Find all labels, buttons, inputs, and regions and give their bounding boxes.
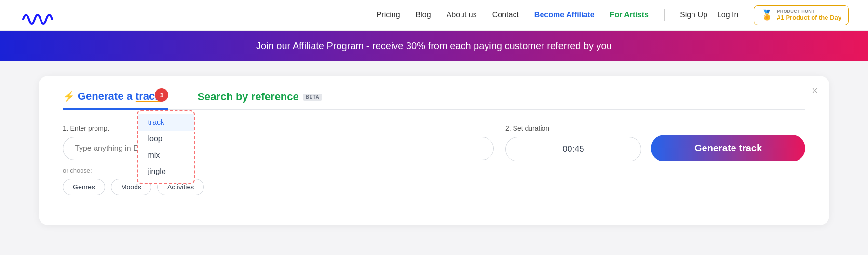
or-choose-label: or choose:: [63, 167, 494, 174]
badge-title: #1 Product of the Day: [777, 14, 841, 22]
logo[interactable]: [19, 6, 53, 25]
nav-for-artists[interactable]: For Artists: [610, 11, 649, 19]
prompt-group: 1. Enter prompt or choose: Genres Moods …: [63, 124, 494, 195]
nav-links: Pricing Blog About us Contact Become Aff…: [377, 11, 649, 19]
nav-blog[interactable]: Blog: [416, 11, 431, 19]
chip-group: Genres Moods Activities: [63, 179, 494, 195]
tab-search-label: Search by reference: [197, 91, 298, 103]
dropdown-menu: track loop mix jingle: [137, 110, 195, 184]
product-hunt-badge[interactable]: 🏅 PRODUCT HUNT #1 Product of the Day: [754, 5, 849, 25]
badge-text: PRODUCT HUNT #1 Product of the Day: [777, 9, 841, 21]
close-button[interactable]: ×: [812, 85, 818, 96]
chip-genres[interactable]: Genres: [63, 179, 105, 195]
banner-text: Join our Affiliate Program - receive 30%…: [256, 40, 612, 51]
nav-about[interactable]: About us: [447, 11, 477, 19]
lightning-icon: ⚡: [63, 91, 75, 102]
dropdown-item-mix[interactable]: mix: [138, 147, 194, 163]
duration-label: 2. Set duration: [505, 124, 641, 132]
dropdown-badge: 1: [155, 88, 168, 102]
tabs: ⚡ Generate a track 1 ▾ track loop mix ji…: [63, 90, 805, 110]
prompt-label: 1. Enter prompt: [63, 124, 494, 132]
dropdown-item-loop[interactable]: loop: [138, 131, 194, 147]
nav-affiliate[interactable]: Become Affiliate: [534, 11, 595, 19]
prompt-input[interactable]: [63, 137, 494, 160]
duration-group: 2. Set duration: [505, 124, 641, 161]
beta-badge: BETA: [303, 94, 322, 101]
generate-button[interactable]: Generate track: [651, 135, 805, 161]
badge-label: PRODUCT HUNT: [777, 9, 841, 14]
main-content: × ⚡ Generate a track 1 ▾ track loop mix …: [0, 61, 868, 244]
tab-generate[interactable]: ⚡ Generate a track 1 ▾ track loop mix ji…: [63, 90, 168, 110]
nav-pricing[interactable]: Pricing: [377, 11, 400, 19]
dropdown-item-jingle[interactable]: jingle: [138, 163, 194, 180]
affiliate-banner[interactable]: Join our Affiliate Program - receive 30%…: [0, 31, 868, 61]
signup-link[interactable]: Sign Up: [680, 11, 707, 19]
nav-auth: Sign Up Log In: [680, 11, 738, 19]
duration-input[interactable]: [505, 137, 641, 161]
medal-icon: 🏅: [761, 9, 773, 21]
navbar: Pricing Blog About us Contact Become Aff…: [0, 0, 868, 31]
tab-generate-label: Generate a track: [78, 90, 161, 103]
dropdown-item-track[interactable]: track: [138, 114, 194, 131]
form-actions: 2. Set duration Generate track: [505, 124, 805, 161]
tab-search[interactable]: Search by reference BETA: [197, 91, 322, 109]
nav-contact[interactable]: Contact: [492, 11, 519, 19]
nav-divider: [664, 9, 665, 21]
dropdown-container[interactable]: 1 ▾ track loop mix jingle: [163, 92, 168, 101]
main-card: × ⚡ Generate a track 1 ▾ track loop mix …: [39, 76, 829, 225]
login-link[interactable]: Log In: [717, 11, 738, 19]
